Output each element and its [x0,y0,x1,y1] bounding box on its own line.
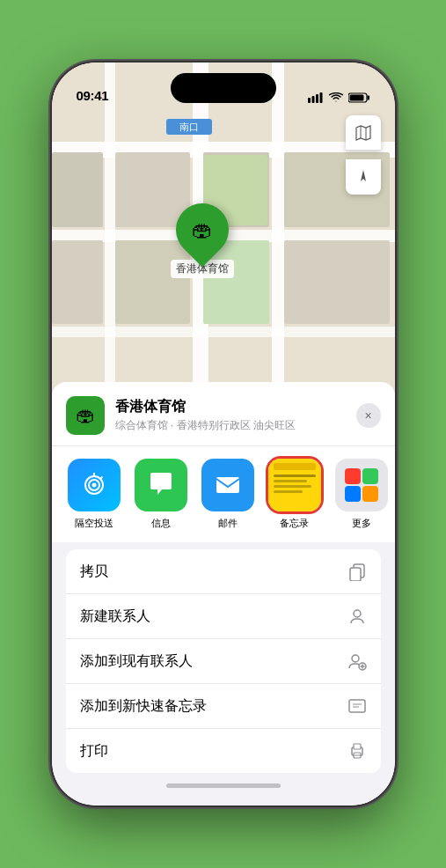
map-controls [346,115,381,195]
action-quick-note[interactable]: 添加到新快速备忘录 [66,684,381,729]
action-add-contact[interactable]: 添加到现有联系人 [66,639,381,684]
action-copy-label: 拷贝 [80,563,108,581]
action-new-contact[interactable]: 新建联系人 [66,594,381,639]
action-copy[interactable]: 拷贝 [66,549,381,594]
phone-frame: 09:41 [52,63,395,805]
venue-info: 香港体育馆 综合体育馆 · 香港特别行政区 油尖旺区 [115,398,346,433]
pin-icon: 🏟 [165,193,239,268]
venue-desc: 综合体育馆 · 香港特别行政区 油尖旺区 [115,418,346,433]
venue-icon: 🏟 [66,396,105,435]
svg-rect-13 [52,327,395,337]
svg-rect-32 [350,568,361,581]
svg-rect-21 [52,240,103,324]
pin-emoji: 🏟 [192,217,213,242]
airdrop-label: 隔空投送 [75,517,113,530]
mail-label: 邮件 [218,517,238,530]
svg-rect-30 [216,477,239,493]
svg-rect-2 [316,94,318,103]
close-icon: × [364,408,371,423]
home-indicator [166,783,281,788]
notes-label: 备忘录 [280,517,309,530]
svg-rect-0 [308,98,311,103]
svg-rect-3 [319,92,322,103]
map-area: 南口 🏟 [52,63,395,432]
svg-rect-20 [52,152,103,227]
venue-name: 香港体育馆 [115,398,346,416]
close-button[interactable]: × [356,403,381,428]
svg-rect-42 [354,744,361,749]
phone-screen: 09:41 [52,63,395,805]
svg-point-33 [354,610,361,617]
share-item-airdrop[interactable]: 隔空投送 [66,459,122,530]
share-item-notes[interactable]: 备忘录 [267,459,323,530]
svg-rect-6 [349,95,363,101]
action-print-label: 打印 [80,742,108,761]
wifi-icon [329,92,343,103]
dynamic-island [171,73,276,103]
signal-icon [308,92,324,103]
svg-point-34 [352,655,359,662]
share-item-messages[interactable]: 信息 [133,459,189,530]
new-contact-icon [347,607,367,626]
map-type-button[interactable] [346,115,381,151]
messages-icon [135,459,187,511]
action-print[interactable]: 打印 [66,729,381,773]
svg-rect-10 [272,63,284,432]
svg-text:南口: 南口 [179,121,199,132]
copy-icon [347,562,367,581]
action-add-contact-label: 添加到现有联系人 [80,652,193,671]
svg-point-27 [91,483,96,488]
share-item-mail[interactable]: 邮件 [200,459,256,530]
action-list: 拷贝 新建联系人 添加到现有联系人 [66,549,381,773]
svg-rect-5 [367,96,369,100]
svg-rect-19 [284,240,390,324]
bottom-sheet: 🏟 香港体育馆 综合体育馆 · 香港特别行政区 油尖旺区 × [52,382,395,805]
action-new-contact-label: 新建联系人 [80,607,150,626]
svg-rect-38 [349,700,365,712]
share-row: 隔空投送 信息 [52,446,395,542]
more-icon [335,459,388,511]
messages-label: 信息 [151,517,171,530]
sheet-header: 🏟 香港体育馆 综合体育馆 · 香港特别行政区 油尖旺区 × [52,382,395,446]
svg-rect-1 [311,96,314,103]
action-quick-note-label: 添加到新快速备忘录 [80,697,207,716]
status-time: 09:41 [77,88,109,103]
battery-icon [348,92,370,103]
svg-line-29 [99,477,102,480]
more-label: 更多 [352,517,371,530]
print-icon [347,741,367,761]
location-pin: 🏟 香港体育馆 [171,203,234,278]
mail-icon [201,459,254,511]
location-button[interactable] [346,159,381,195]
quick-note-icon [347,696,367,716]
share-item-more[interactable]: 更多 [333,459,390,530]
airdrop-icon [68,459,121,511]
add-contact-icon [347,651,367,671]
status-icons [308,92,370,103]
svg-rect-11 [105,63,115,432]
